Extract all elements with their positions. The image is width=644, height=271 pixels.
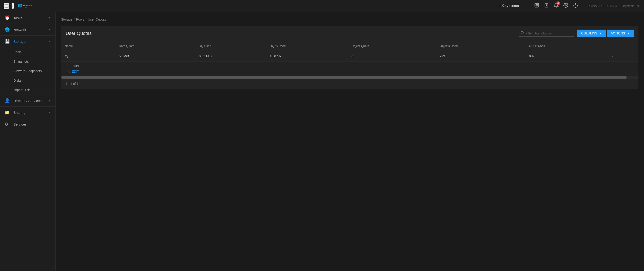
sidebar-item-directory-services[interactable]: 👤 Directory Services ▼: [0, 95, 55, 106]
guide-icon[interactable]: [534, 3, 539, 9]
cell-oq-pct-used: 0%: [525, 51, 608, 62]
sidebar-item-network[interactable]: 🌐 Network ▼: [0, 24, 55, 36]
sidebar-item-tasks[interactable]: ⏰ Tasks ▼: [0, 12, 55, 24]
sidebar-item-storage-label: Storage: [14, 40, 48, 44]
svg-text:systems: systems: [504, 4, 519, 8]
id-label: ID:: [66, 64, 70, 68]
sharing-icon: 📁: [5, 110, 11, 115]
storage-icon: 💾: [5, 39, 11, 44]
sidebar-item-storage[interactable]: 💾 Storage ▲: [0, 36, 55, 48]
app-logo: TrueNAS CORE: [18, 2, 45, 10]
sidebar-item-sharing-label: Sharing: [14, 110, 48, 114]
topbar-right: i X systems: [500, 2, 640, 10]
table-header: Name Data Quota DQ Used DQ % Used Object…: [61, 41, 638, 51]
col-expand: [608, 41, 638, 51]
actions-chevron-icon: ▼: [627, 32, 630, 35]
user-quotas-card: User Quotas COLUMNS ▼ ACTIONS: [61, 26, 638, 89]
id-value: 1049: [72, 64, 79, 68]
hamburger-button[interactable]: ☰: [4, 3, 9, 9]
columns-button[interactable]: COLUMNS ▼: [578, 30, 606, 37]
sidebar-item-services[interactable]: ⚙ Services: [0, 118, 55, 130]
topbar: ☰ ‹ TrueNAS CORE i X systems: [0, 0, 644, 12]
pagination-text: 1 - 1 of 1: [66, 82, 78, 86]
scrollbar-row[interactable]: [61, 76, 638, 78]
sidebar-item-network-label: Network: [14, 28, 48, 32]
tasks-chevron: ▼: [48, 16, 51, 20]
main-content: Storage / Pools / User Quotas User Quota…: [56, 12, 644, 271]
sidebar-subitem-pools[interactable]: Pools: [0, 48, 55, 57]
svg-text:X: X: [501, 3, 504, 8]
columns-chevron-icon: ▼: [599, 32, 602, 35]
app-layout: ⏰ Tasks ▼ 🌐 Network ▼ 💾 Storage ▲ Pools …: [0, 12, 644, 271]
sidebar-item-sharing[interactable]: 📁 Sharing ▼: [0, 106, 55, 118]
svg-point-19: [521, 32, 524, 34]
sidebar-subitem-pools-label: Pools: [14, 50, 22, 54]
svg-text:CORE: CORE: [23, 6, 27, 8]
network-chevron: ▼: [48, 28, 51, 31]
cell-dq-used: 9.03 MiB: [195, 51, 266, 62]
svg-text:TrueNAS: TrueNAS: [23, 4, 32, 6]
network-icon: 🌐: [5, 27, 11, 32]
cell-name: fry: [61, 51, 115, 62]
card-header: User Quotas COLUMNS ▼ ACTIONS: [61, 26, 638, 41]
storage-chevron: ▲: [48, 40, 51, 43]
settings-icon[interactable]: [563, 3, 568, 9]
pagination: 1 - 1 of 1: [61, 78, 638, 89]
cell-expand[interactable]: ▾: [608, 51, 638, 62]
edit-icon: [66, 70, 70, 73]
edit-label: EDIT: [72, 70, 79, 73]
cell-dq-pct-used: 18.07%: [266, 51, 348, 62]
search-icon: [520, 31, 524, 36]
col-name: Name: [61, 41, 115, 51]
expanded-id-row: ID: 1049: [66, 64, 633, 68]
col-dq-used: DQ Used: [195, 41, 266, 51]
sidebar-subitem-import-disk[interactable]: Import Disk: [0, 85, 55, 95]
col-oq-pct-used: OQ % Used: [525, 41, 608, 51]
cell-object-quota: 0: [348, 51, 436, 62]
sidebar-subitem-import-disk-label: Import Disk: [14, 88, 30, 92]
expanded-cell: ID: 1049 EDIT: [61, 62, 638, 76]
copyright-text: TrueNAS CORE® © 2022 - iXsystems, Inc.: [587, 4, 640, 8]
sidebar: ⏰ Tasks ▼ 🌐 Network ▼ 💾 Storage ▲ Pools …: [0, 12, 56, 271]
scrollbar-inner: [61, 76, 627, 78]
table-container: Name Data Quota DQ Used DQ % Used Object…: [61, 41, 638, 76]
edit-button[interactable]: EDIT: [66, 70, 633, 73]
table-row[interactable]: fry 50 MiB 9.03 MiB 18.07% 0 223 0% ▾: [61, 51, 638, 62]
search-input[interactable]: [526, 32, 572, 35]
actions-label: ACTIONS: [611, 32, 625, 35]
power-icon[interactable]: [573, 3, 578, 9]
user-quotas-table: Name Data Quota DQ Used DQ % Used Object…: [61, 41, 638, 76]
col-dq-pct-used: DQ % Used: [266, 41, 348, 51]
page-title: User Quotas: [66, 31, 518, 36]
actions-button[interactable]: ACTIONS ▼: [607, 30, 634, 37]
sidebar-item-services-label: Services: [14, 122, 51, 126]
directory-services-chevron: ▼: [48, 99, 51, 102]
breadcrumb: Storage / Pools / User Quotas: [61, 18, 638, 21]
notifications-icon[interactable]: 4: [554, 3, 559, 9]
sidebar-subitem-snapshots-label: Snapshots: [14, 60, 29, 63]
tasks-icon: ⏰: [5, 15, 11, 20]
directory-services-icon: 👤: [5, 98, 11, 103]
sidebar-subitem-disks[interactable]: Disks: [0, 76, 55, 85]
svg-point-17: [565, 4, 566, 6]
svg-line-20: [523, 34, 524, 34]
sidebar-item-directory-services-label: Directory Services: [14, 99, 48, 103]
clipboard-icon[interactable]: [544, 3, 549, 9]
breadcrumb-pools[interactable]: Pools: [76, 18, 84, 21]
breadcrumb-storage[interactable]: Storage: [61, 18, 72, 21]
notification-badge: 4: [556, 2, 560, 5]
columns-label: COLUMNS: [581, 32, 597, 35]
sidebar-subitem-vmware-snapshots-label: VMware-Snapshots: [14, 69, 42, 73]
sidebar-subitem-vmware-snapshots[interactable]: VMware-Snapshots: [0, 66, 55, 76]
search-box: [518, 30, 574, 36]
sidebar-item-tasks-label: Tasks: [14, 16, 48, 20]
services-icon: ⚙: [5, 122, 11, 127]
expanded-row: ID: 1049 EDIT: [61, 62, 638, 76]
cell-data-quota: 50 MiB: [115, 51, 195, 62]
back-button[interactable]: ‹: [12, 3, 14, 9]
sidebar-subitem-snapshots[interactable]: Snapshots: [0, 57, 55, 66]
col-data-quota: Data Quota: [115, 41, 195, 51]
col-objects-used: Objects Used: [436, 41, 525, 51]
col-object-quota: Object Quota: [348, 41, 436, 51]
breadcrumb-current: User Quotas: [88, 18, 106, 21]
